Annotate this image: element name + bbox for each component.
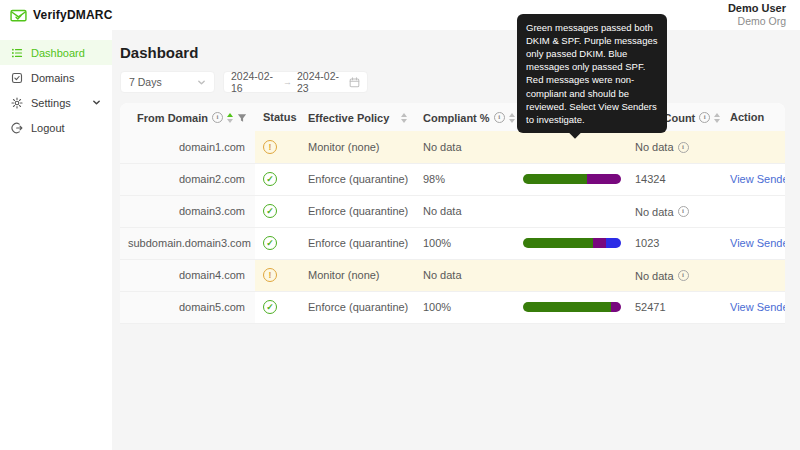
chart-cell [515, 195, 627, 227]
total-cell: 14324 [627, 163, 722, 195]
sidebar-item-dashboard[interactable]: Dashboard [0, 40, 112, 65]
status-ok-icon: ✓ [263, 236, 277, 250]
table-row: domain1.com ! Monitor (none) No data No … [120, 131, 785, 163]
domain-cell: subdomain.domain3.com [120, 227, 255, 259]
column-header-from-domain: From Domain [120, 103, 255, 131]
status-ok-icon: ✓ [263, 204, 277, 218]
envelope-check-icon [10, 8, 27, 23]
action-cell [722, 195, 785, 227]
date-range-select-value: 7 Days [129, 76, 162, 88]
view-senders-link[interactable]: View Senders [730, 173, 785, 185]
status-warning-icon: ! [263, 268, 277, 282]
action-cell: View Senders [722, 227, 785, 259]
sidebar-item-label: Dashboard [31, 47, 85, 59]
chart-cell [515, 131, 627, 163]
brand-name: VerifyDMARC [33, 8, 113, 22]
top-header: VerifyDMARC Demo User Demo Org [0, 0, 800, 30]
compliant-cell: No data [415, 195, 515, 227]
chevron-down-icon [92, 98, 101, 107]
domain-cell: domain1.com [120, 131, 255, 163]
policy-cell: Enforce (quarantine) [300, 163, 415, 195]
column-header-action: Action [722, 103, 785, 131]
domain-cell: domain2.com [120, 163, 255, 195]
page-title: Dashboard [120, 44, 785, 61]
status-ok-icon: ✓ [263, 172, 277, 186]
sort-icon[interactable] [227, 113, 233, 123]
action-cell: View Senders [722, 163, 785, 195]
column-header-status: Status [255, 103, 300, 131]
chart-cell [515, 291, 627, 323]
brand-logo: VerifyDMARC [10, 8, 113, 23]
end-date-value[interactable]: 2024-02-23 [297, 70, 344, 94]
sidebar-item-domains[interactable]: Domains [0, 65, 112, 90]
chart-cell [515, 163, 627, 195]
table-row: domain5.com ✓ Enforce (quarantine) 100% … [120, 291, 785, 323]
sidebar-item-label: Logout [31, 122, 65, 134]
sidebar-item-settings[interactable]: Settings [0, 90, 112, 115]
action-cell [722, 259, 785, 291]
sort-icon[interactable] [714, 113, 720, 123]
filter-row: 7 Days 2024-02-16 → 2024-02-23 [120, 71, 785, 93]
date-range-select[interactable]: 7 Days [120, 71, 215, 93]
sidebar-item-label: Settings [31, 97, 71, 109]
compliance-chart-tooltip: Green messages passed both DKIM & SPF. P… [517, 14, 667, 133]
compliance-bar [523, 238, 621, 248]
main-content: Dashboard 7 Days 2024-02-16 → 2024-02-23 [112, 30, 800, 450]
sort-icon[interactable] [509, 113, 515, 123]
policy-cell: Enforce (quarantine) [300, 195, 415, 227]
compliant-cell: 100% [415, 291, 515, 323]
table-row: subdomain.domain3.com ✓ Enforce (quarant… [120, 227, 785, 259]
date-range-picker[interactable]: 2024-02-16 → 2024-02-23 [223, 71, 368, 93]
info-icon[interactable] [678, 206, 689, 217]
compliance-bar [523, 302, 621, 312]
chevron-down-icon [197, 78, 206, 87]
policy-cell: Enforce (quarantine) [300, 291, 415, 323]
status-ok-icon: ✓ [263, 300, 277, 314]
sidebar-item-label: Domains [31, 72, 74, 84]
compliant-cell: No data [415, 131, 515, 163]
table-header-row: From Domain Status Effective Policy [120, 103, 785, 131]
domain-cell: domain3.com [120, 195, 255, 227]
column-header-compliant-pct: Compliant % [415, 103, 515, 131]
table-row: domain4.com ! Monitor (none) No data No … [120, 259, 785, 291]
total-cell: 1023 [627, 227, 722, 259]
filter-funnel-icon[interactable] [237, 113, 247, 123]
user-name: Demo User [728, 2, 786, 16]
sidebar-item-logout[interactable]: Logout [0, 115, 112, 140]
chart-cell [515, 227, 627, 259]
table-row: domain2.com ✓ Enforce (quarantine) 98% 1… [120, 163, 785, 195]
calendar-icon [349, 77, 360, 88]
status-warning-icon: ! [263, 140, 277, 154]
info-icon[interactable] [699, 112, 710, 123]
policy-cell: Enforce (quarantine) [300, 227, 415, 259]
compliant-cell: No data [415, 259, 515, 291]
info-icon[interactable] [678, 270, 689, 281]
table-row: domain3.com ✓ Enforce (quarantine) No da… [120, 195, 785, 227]
info-icon[interactable] [678, 142, 689, 153]
dashboard-list-icon [11, 47, 23, 59]
total-cell: No data [627, 131, 722, 163]
compliant-cell: 98% [415, 163, 515, 195]
total-cell: No data [627, 259, 722, 291]
sort-icon[interactable] [401, 113, 407, 123]
view-senders-link[interactable]: View Senders [730, 301, 785, 313]
action-cell: View Senders [722, 291, 785, 323]
column-header-effective-policy: Effective Policy [300, 103, 415, 131]
domain-cell: domain4.com [120, 259, 255, 291]
user-org: Demo Org [728, 15, 786, 28]
gear-icon [11, 97, 23, 109]
date-range-arrow: → [283, 77, 292, 87]
user-info: Demo User Demo Org [728, 2, 786, 29]
view-senders-link[interactable]: View Senders [730, 237, 785, 249]
info-icon[interactable] [494, 112, 505, 123]
compliant-cell: 100% [415, 227, 515, 259]
policy-cell: Monitor (none) [300, 259, 415, 291]
chart-cell [515, 259, 627, 291]
total-cell: 52471 [627, 291, 722, 323]
compliance-bar [523, 174, 621, 184]
logout-icon [11, 122, 23, 134]
total-cell: No data [627, 195, 722, 227]
action-cell [722, 131, 785, 163]
info-icon[interactable] [212, 112, 223, 123]
start-date-value[interactable]: 2024-02-16 [231, 70, 278, 94]
